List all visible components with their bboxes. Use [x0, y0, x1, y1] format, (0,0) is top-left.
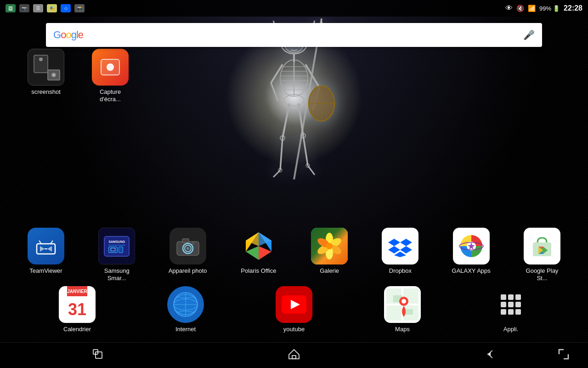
app-icon-screenshot[interactable]: screenshot: [23, 49, 69, 103]
app-icon-samsung[interactable]: SAMSUNG Samsung Smar...: [94, 228, 140, 282]
eye-icon: 👁: [505, 4, 513, 12]
camera2-notif-icon: 📸: [74, 4, 85, 12]
galerie-label: Galerie: [320, 267, 339, 275]
app-icon-maps[interactable]: Maps: [379, 286, 425, 333]
app-icon-internet[interactable]: Internet: [163, 286, 209, 333]
svg-marker-101: [487, 352, 491, 356]
youtube-label: youtube: [283, 326, 305, 333]
svg-rect-89: [508, 294, 514, 300]
google-search-bar[interactable]: Google 🎤: [46, 23, 542, 47]
svg-line-17: [271, 83, 278, 101]
capture-label: Capture d'écra...: [90, 88, 131, 103]
svg-rect-88: [501, 294, 506, 300]
svg-rect-94: [501, 309, 506, 315]
google-logo: Google: [53, 29, 83, 41]
capture-icon-img: [92, 49, 129, 86]
camera-icon-img: [170, 228, 206, 264]
galaxy-label: GALAXY Apps: [452, 267, 491, 275]
appli-label: Appli.: [503, 326, 519, 333]
svg-rect-98: [96, 352, 102, 358]
svg-marker-61: [400, 246, 412, 253]
battery-icon: 🔋: [553, 5, 560, 12]
svg-line-25: [280, 138, 283, 170]
home-button[interactable]: [279, 345, 309, 367]
svg-marker-58: [388, 239, 400, 246]
back-button[interactable]: [475, 345, 505, 367]
svg-point-42: [187, 247, 189, 250]
calendrier-icon-img: JANVIER 31: [59, 286, 96, 323]
svg-rect-95: [508, 309, 514, 315]
teamviewer-label: TeamViewer: [29, 267, 62, 275]
app-icon-appli[interactable]: Appli.: [488, 286, 534, 333]
app-icon-google-play[interactable]: Google Play St...: [519, 228, 565, 282]
dropbox-label: Dropbox: [389, 267, 412, 275]
svg-marker-62: [394, 252, 406, 257]
appli-icon-img: [492, 286, 529, 323]
status-indicators: 👁 🔇 📶 99% 🔋 22:28: [505, 4, 582, 12]
svg-rect-85: [405, 309, 413, 315]
time-display: 22:28: [564, 4, 582, 12]
notification-icons: 🖼 📷 ☰ 🎭 ◇ 📸: [6, 4, 85, 12]
play-label: Google Play St...: [521, 267, 563, 282]
dropbox-notif-icon: ◇: [61, 4, 71, 12]
menu-notif-icon: ☰: [33, 4, 43, 12]
menu-button[interactable]: [548, 345, 579, 367]
svg-rect-91: [501, 302, 506, 307]
svg-line-26: [273, 170, 280, 177]
app-icon-capture[interactable]: Capture d'écra...: [87, 49, 133, 103]
internet-label: Internet: [175, 326, 196, 333]
mute-icon: 🔇: [516, 5, 524, 12]
recent-apps-button[interactable]: [83, 345, 113, 367]
search-bar-container: Google 🎤: [46, 23, 542, 47]
play-icon-img: [524, 228, 560, 264]
calendrier-label: Calendrier: [63, 326, 91, 333]
svg-point-87: [401, 299, 406, 304]
status-bar: 🖼 📷 ☰ 🎭 ◇ 📸 👁 🔇 📶 99% 🔋 22:28: [0, 0, 588, 17]
battery-percent: 99%: [539, 5, 551, 12]
wifi-icon: 📶: [528, 5, 536, 12]
samsung-icon-img: SAMSUNG: [98, 228, 135, 264]
svg-rect-92: [508, 302, 514, 307]
search-input[interactable]: [89, 23, 523, 47]
youtube-icon-img: [276, 286, 312, 323]
svg-rect-100: [292, 356, 296, 359]
samsung-label: Samsung Smar...: [96, 267, 137, 282]
svg-line-24: [283, 104, 289, 138]
svg-rect-93: [515, 302, 521, 307]
galerie-icon-img: [311, 228, 348, 264]
camera-label: Appareil photo: [169, 267, 207, 275]
svg-line-28: [303, 136, 308, 166]
app-icon-teamviewer[interactable]: TeamViewer: [23, 228, 69, 282]
svg-marker-99: [289, 350, 299, 359]
screenshot-icon-img: [28, 49, 64, 86]
svg-point-57: [326, 243, 333, 249]
maps-icon-img: [384, 286, 421, 323]
svg-marker-59: [400, 239, 412, 246]
svg-marker-60: [388, 246, 400, 253]
svg-point-43: [192, 242, 195, 245]
mic-icon[interactable]: 🎤: [523, 29, 535, 40]
maps-label: Maps: [395, 326, 410, 333]
internet-icon-img: [167, 286, 204, 323]
bottom-navigation: [0, 342, 588, 368]
app-icon-youtube[interactable]: youtube: [271, 286, 317, 333]
bottom-apps-row: JANVIER 31 Calendrier: [14, 286, 574, 333]
polaris-label: Polaris Office: [241, 267, 276, 275]
app-notif-icon: 🎭: [47, 4, 57, 12]
svg-line-27: [299, 104, 303, 136]
app-icon-galaxy[interactable]: GALAXY Apps: [448, 228, 494, 282]
camera-notif-icon: 📷: [19, 4, 29, 12]
screenshot-label: screenshot: [31, 88, 61, 96]
svg-rect-96: [515, 309, 521, 315]
svg-rect-90: [515, 294, 521, 300]
app-icon-calendrier[interactable]: JANVIER 31 Calendrier: [54, 286, 100, 333]
teamviewer-icon-img: [28, 228, 64, 264]
battery-indicator: 99% 🔋: [539, 5, 560, 12]
galaxy-icon-img: [453, 228, 490, 264]
gallery-notif-icon: 🖼: [6, 4, 16, 12]
svg-rect-39: [182, 239, 189, 242]
dropbox-icon-img: [382, 228, 418, 264]
skeleton-warrior: [202, 18, 386, 248]
